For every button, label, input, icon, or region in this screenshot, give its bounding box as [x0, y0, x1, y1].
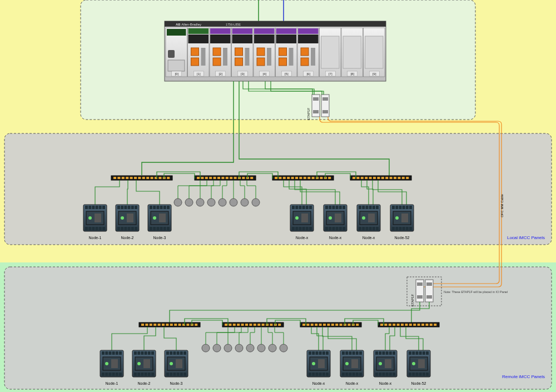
svg-rect-395: [386, 351, 389, 355]
svg-rect-154: [131, 227, 134, 230]
svg-rect-412: [423, 351, 425, 355]
remote-note: Note: These ETAP1F will be placed in IO …: [444, 290, 508, 294]
svg-rect-402: [379, 373, 381, 376]
svg-rect-379: [353, 351, 355, 355]
svg-point-237: [185, 199, 193, 206]
svg-rect-47: [365, 36, 384, 68]
svg-rect-192: [336, 206, 339, 209]
svg-rect-312: [102, 351, 105, 355]
svg-rect-65: [113, 177, 116, 179]
svg-rect-267: [225, 324, 227, 326]
svg-point-132: [88, 216, 92, 220]
svg-rect-232: [399, 227, 401, 230]
svg-rect-205: [359, 206, 361, 209]
svg-rect-218: [373, 227, 375, 230]
svg-rect-130: [102, 206, 105, 209]
svg-rect-388: [353, 373, 355, 376]
svg-rect-74: [151, 177, 153, 179]
svg-rect-230: [392, 227, 395, 230]
svg-rect-194: [342, 206, 345, 209]
plc-slot-num: [5]: [285, 72, 289, 76]
svg-rect-284: [311, 324, 314, 326]
svg-rect-360: [309, 351, 311, 355]
svg-rect-364: [322, 351, 325, 355]
svg-rect-386: [345, 373, 348, 376]
svg-rect-316: [116, 351, 118, 355]
svg-rect-167: [153, 227, 156, 230]
svg-rect-309: [430, 324, 433, 326]
svg-rect-224: [403, 206, 405, 209]
node-label: Node-1: [106, 381, 118, 385]
svg-rect-260: [174, 324, 177, 326]
svg-rect-406: [393, 373, 395, 376]
svg-rect-396: [389, 351, 392, 355]
svg-rect-419: [415, 373, 418, 376]
svg-rect-157: [150, 206, 152, 209]
node-label: Node-2: [138, 381, 151, 385]
svg-rect-122: [402, 177, 405, 179]
svg-rect-168: [156, 227, 159, 230]
svg-rect-151: [121, 227, 123, 230]
svg-rect-101: [299, 177, 302, 179]
node-label: Node-x: [346, 381, 359, 385]
svg-rect-271: [241, 324, 244, 326]
svg-rect-114: [369, 177, 372, 179]
svg-rect-98: [287, 177, 290, 179]
svg-rect-93: [250, 177, 253, 179]
svg-rect-139: [102, 227, 105, 230]
plc-chassis: AB Allen-Bradley 1756-L85E [0][1][2][3][…: [165, 21, 386, 81]
svg-rect-152: [124, 227, 127, 230]
svg-point-351: [170, 362, 173, 365]
remote-title: Remote iMCC Panels: [502, 374, 545, 379]
svg-rect-363: [319, 351, 322, 355]
svg-rect-29: [267, 48, 271, 66]
plc-slot-num: [8]: [350, 72, 354, 76]
svg-rect-272: [245, 324, 248, 326]
svg-rect-344: [166, 351, 169, 355]
svg-point-335: [137, 362, 141, 365]
svg-rect-45: [343, 36, 361, 68]
svg-rect-103: [307, 177, 310, 179]
svg-rect-3: [167, 29, 186, 36]
svg-rect-409: [412, 351, 415, 355]
svg-rect-32: [276, 34, 297, 43]
svg-rect-410: [415, 351, 418, 355]
svg-point-427: [246, 344, 254, 352]
svg-rect-248: [417, 295, 423, 299]
svg-rect-270: [237, 324, 240, 326]
node-label: Node-x: [363, 236, 375, 240]
svg-rect-285: [315, 324, 317, 326]
svg-rect-387: [349, 373, 351, 376]
svg-rect-189: [325, 206, 328, 209]
svg-rect-355: [173, 373, 176, 376]
svg-rect-120: [394, 177, 396, 179]
svg-rect-125: [85, 206, 88, 209]
svg-rect-69: [130, 177, 133, 179]
svg-point-319: [105, 362, 108, 365]
svg-rect-385: [342, 373, 345, 376]
svg-rect-123: [406, 177, 409, 179]
svg-rect-330: [141, 351, 143, 355]
svg-rect-255: [153, 324, 156, 326]
svg-rect-258: [166, 324, 168, 326]
svg-rect-346: [173, 351, 176, 355]
svg-rect-88: [230, 177, 232, 179]
svg-rect-138: [99, 227, 102, 230]
svg-rect-173: [292, 206, 295, 209]
svg-rect-347: [177, 351, 180, 355]
svg-rect-128: [96, 206, 98, 209]
svg-rect-223: [399, 206, 401, 209]
etap-plc-label: ETAP1F: [307, 108, 310, 121]
svg-point-243: [252, 199, 260, 206]
svg-rect-7: [188, 28, 209, 34]
svg-rect-108: [328, 177, 331, 179]
svg-rect-418: [412, 373, 415, 376]
svg-rect-150: [117, 227, 120, 230]
svg-rect-405: [389, 373, 392, 376]
svg-rect-118: [385, 177, 388, 179]
panel-remote: [4, 267, 552, 389]
svg-rect-117: [381, 177, 384, 179]
svg-rect-66: [117, 177, 120, 179]
svg-rect-282: [302, 324, 305, 326]
svg-rect-202: [339, 227, 342, 230]
